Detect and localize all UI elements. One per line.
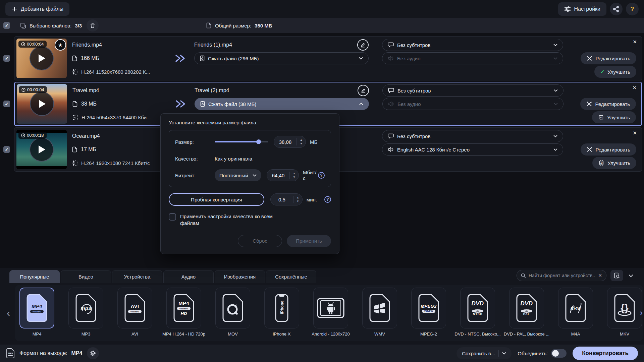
tab-video[interactable]: Видео — [61, 270, 111, 283]
format-card-dvd-ntsc[interactable]: DVDNTSC DVD - NTSC, Высоко... — [460, 288, 495, 341]
rename-button[interactable] — [357, 39, 369, 51]
apply-all-checkbox[interactable] — [169, 213, 176, 221]
trial-convert-button[interactable]: Пробная конвертация — [169, 193, 264, 206]
file-checkbox[interactable]: ✓ — [3, 146, 10, 153]
rename-button[interactable] — [358, 85, 369, 96]
total-size-label: Общий размер: — [215, 23, 251, 28]
bitrate-help-icon[interactable]: ? — [318, 172, 325, 179]
target-preset-dropdown-open[interactable]: Сжать файл (38 МБ) — [195, 98, 369, 110]
topbar: Добавить файлы Настройки ? — [0, 0, 644, 18]
format-card-mp4[interactable]: MP4VIDEO MP4 — [19, 288, 54, 341]
format-card-mp4-hd[interactable]: MP4VIDEOHD MP4 H.264 - HD 720p — [166, 288, 201, 341]
quality-value: Как у оригинала — [215, 156, 252, 162]
convert-button[interactable]: Конвертировать — [573, 347, 638, 360]
merge-toggle[interactable] — [551, 349, 567, 358]
format-card-mpeg2[interactable]: MPEG2VIDEO MPEG-2 — [411, 288, 446, 341]
delete-files-button[interactable] — [87, 19, 99, 32]
edit-button[interactable]: Редактировать — [581, 52, 636, 64]
remove-file-button[interactable]: ✕ — [633, 39, 637, 44]
format-card-mp3[interactable]: mp3 MP3 — [68, 288, 103, 341]
svg-text:iPhone: iPhone — [280, 301, 284, 314]
clear-search-icon[interactable]: ✕ — [598, 273, 602, 278]
file-checkbox[interactable]: ✓ — [3, 55, 10, 62]
source-codec: H.264 11520x7680 280202 К... — [81, 69, 150, 75]
enhance-button[interactable]: AI Улучшить — [592, 111, 636, 123]
add-files-button[interactable]: Добавить файлы — [5, 2, 69, 16]
format-card-avi[interactable]: AVIVIDEO AVI — [117, 288, 152, 341]
check-icon: ✓ — [600, 69, 605, 75]
enhance-button[interactable]: AI Улучшить — [592, 157, 636, 169]
duration-text: 00:00:04 — [27, 87, 44, 92]
tab-devices[interactable]: Устройства — [112, 270, 162, 283]
enhance-button[interactable]: ✓ Улучшить — [594, 66, 636, 78]
spin-down-icon[interactable]: ▼ — [293, 176, 296, 179]
ai-chip-icon: AI — [598, 114, 604, 120]
size-spinner[interactable]: 38,08 ▲▼ — [274, 136, 306, 148]
scroll-right-icon[interactable]: › — [640, 308, 643, 318]
reset-button[interactable]: Сброс — [238, 235, 282, 247]
scroll-left-icon[interactable]: ‹ — [2, 308, 15, 318]
spin-up-icon[interactable]: ▲ — [293, 172, 296, 175]
subtitles-dropdown[interactable]: Без субтитров — [382, 84, 564, 97]
format-card-mkv[interactable]: {} MKV — [607, 288, 642, 341]
play-button[interactable] — [30, 137, 54, 162]
settings-label: Настройки — [574, 6, 600, 12]
tab-images[interactable]: Изображения — [215, 270, 265, 283]
spin-up-icon[interactable]: ▲ — [297, 196, 299, 199]
play-button[interactable] — [30, 46, 54, 70]
video-thumbnail[interactable]: 00:00:04 — [17, 84, 67, 124]
total-size-value: 350 МБ — [255, 23, 272, 28]
trial-help-icon[interactable]: ? — [324, 196, 331, 203]
remove-file-button[interactable]: ✕ — [633, 130, 637, 135]
select-all-checkbox[interactable]: ✓ — [3, 22, 10, 29]
size-label: Размер: — [175, 139, 215, 145]
subtitles-dropdown[interactable]: Без субтитров — [382, 130, 563, 142]
spin-up-icon[interactable]: ▲ — [300, 139, 303, 141]
tab-popular[interactable]: Популярные — [9, 270, 60, 283]
edit-button[interactable]: Редактировать — [581, 143, 636, 156]
format-card-android[interactable]: Android - 1280x720 — [313, 288, 348, 341]
audio-dropdown[interactable]: Без аудио — [382, 52, 563, 64]
size-slider[interactable] — [215, 141, 268, 142]
settings-button[interactable]: Настройки — [558, 2, 606, 16]
edit-button[interactable]: Редактировать — [580, 98, 636, 110]
apply-all-label: Применить настройки качества ко всем фай… — [180, 213, 291, 227]
video-thumbnail[interactable]: 00:00:18 — [16, 130, 67, 169]
share-button[interactable] — [610, 3, 623, 15]
apply-button[interactable]: Применить — [287, 235, 331, 247]
tracks-column: Без субтитров Без аудио — [382, 84, 564, 123]
format-card-wmv[interactable]: WMV — [362, 288, 397, 341]
tab-audio[interactable]: Аудио — [163, 270, 214, 283]
output-settings-button[interactable] — [87, 347, 99, 359]
tab-saved[interactable]: Сохранённые — [266, 270, 316, 283]
size-slider-thumb[interactable] — [256, 139, 261, 144]
spin-down-icon[interactable]: ▼ — [300, 142, 303, 145]
save-to-button[interactable]: Сохранить в... — [457, 347, 512, 359]
browse-formats-button[interactable] — [610, 270, 623, 281]
subtitles-dropdown[interactable]: Без субтитров — [382, 39, 563, 51]
format-card-iphone-x[interactable]: iPhone iPhone X — [264, 288, 299, 341]
file-checkbox[interactable]: ✓ — [3, 101, 10, 107]
audio-dropdown[interactable]: English AAC 128 Кбит/с Стерео — [382, 143, 563, 156]
source-filename: Ocean.mp4 — [72, 133, 100, 139]
chevron-down-icon — [629, 274, 633, 277]
format-card-m4a[interactable]: m4a M4A — [558, 288, 593, 341]
video-thumbnail[interactable]: 00:00:04 ★ — [16, 39, 67, 78]
trial-spinner[interactable]: 0,5 ▲▼ — [270, 193, 303, 205]
format-card-dvd-pal[interactable]: DVDPAL DVD - PAL, Высокое ... — [509, 288, 544, 341]
bitrate-spinner[interactable]: 64,40 ▲▼ — [267, 169, 299, 181]
play-button[interactable] — [30, 92, 54, 116]
format-search-input[interactable] — [529, 273, 595, 278]
chevron-down-icon — [359, 57, 363, 60]
target-preset-dropdown[interactable]: Сжать файл (296 МБ) — [194, 52, 369, 64]
collapse-panel-button[interactable] — [627, 274, 635, 277]
audio-dropdown[interactable]: Без аудио — [382, 98, 564, 110]
speech-bubble-icon — [388, 133, 394, 139]
file-card-friends[interactable]: 00:00:04 ★ Friends.mp4 166 МБ H.264 1152… — [14, 36, 642, 80]
double-arrow-icon — [174, 54, 186, 63]
format-card-mov[interactable]: MOV — [215, 288, 250, 341]
bitrate-mode-dropdown[interactable]: Постоянный — [215, 169, 261, 181]
help-button[interactable]: ? — [626, 3, 639, 15]
remove-file-button[interactable]: ✕ — [632, 85, 637, 90]
spin-down-icon[interactable]: ▼ — [297, 200, 299, 203]
